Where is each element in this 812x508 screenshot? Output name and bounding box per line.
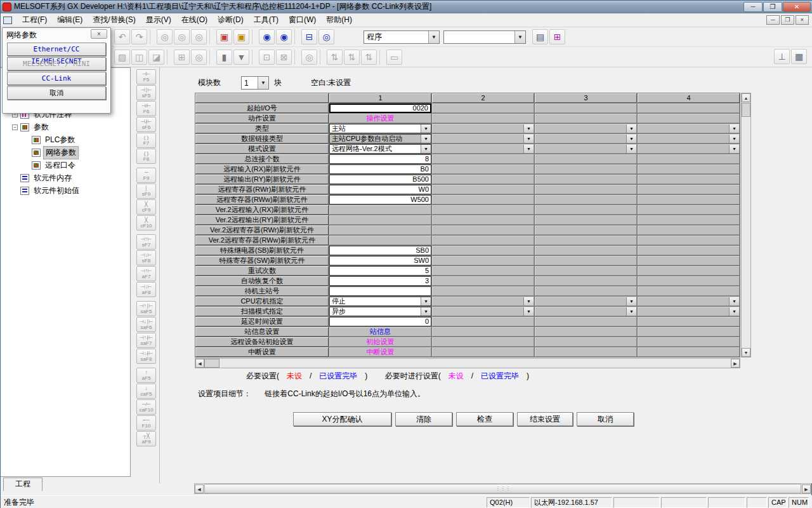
mdi-restore-button[interactable]: ❐	[781, 15, 794, 25]
action-button-1[interactable]: XY分配确认	[293, 412, 391, 426]
ladder-button-saF6[interactable]: ⊣↓∣⊢saF6	[136, 317, 156, 332]
param-empty-cell[interactable]	[535, 164, 637, 174]
chevron-down-icon[interactable]: ▼	[626, 307, 636, 316]
program-type-combobox[interactable]: 程序 ▼	[363, 30, 440, 44]
param-empty-cell[interactable]	[535, 286, 637, 296]
param-dropdown-cell-empty[interactable]: ▼	[638, 297, 740, 306]
comment-panel-icon[interactable]: ▭	[386, 50, 402, 65]
ladder-cut-icon[interactable]: ◪	[148, 50, 164, 65]
param-link-cell[interactable]: 中断设置	[329, 347, 431, 357]
param-empty-cell[interactable]	[329, 225, 431, 235]
ladder-button-F9[interactable]: ─F9	[136, 168, 156, 183]
param-dropdown-cell[interactable]: 异步▼	[329, 307, 431, 316]
menu-item-9[interactable]: 帮助(H)	[321, 13, 357, 27]
ladder-button-aF7[interactable]: ⊣↑⊢aF7	[136, 266, 156, 281]
module-count-combobox[interactable]: 1 ▼	[241, 76, 269, 90]
param-input-cell[interactable]: 8	[329, 154, 431, 164]
ladder-button-aF9[interactable]: ┬╳aF9	[136, 431, 156, 446]
param-link-cell[interactable]: 操作设置	[329, 114, 431, 123]
tree-expander-icon[interactable]: −	[12, 124, 18, 130]
ladder-button-F8[interactable]: { }F8	[136, 149, 156, 164]
param-empty-cell[interactable]	[432, 185, 534, 194]
close-button[interactable]: ✕	[783, 2, 811, 12]
param-empty-cell[interactable]	[432, 154, 534, 164]
monitor-edit-icon[interactable]: ▦	[791, 49, 807, 64]
param-empty-cell[interactable]	[432, 317, 534, 326]
ladder-button-F6[interactable]: ⊣/⊢F6	[136, 101, 156, 116]
scrollbar-thumb[interactable]	[204, 359, 219, 368]
chevron-down-icon[interactable]: ▼	[421, 135, 431, 143]
table-vertical-scrollbar[interactable]: ▲ ▼	[741, 93, 751, 358]
param-empty-cell[interactable]	[638, 286, 740, 296]
param-empty-cell[interactable]	[432, 286, 534, 296]
menu-item-2[interactable]: 编辑(E)	[52, 13, 88, 27]
ladder-button-sF9[interactable]: │sF9	[136, 184, 156, 199]
step-stop-icon[interactable]: ▼	[233, 50, 249, 65]
monitor-device-icon[interactable]: ◉	[276, 29, 292, 44]
verify-plc-icon[interactable]: ◎	[318, 29, 334, 44]
scrollbar-thumb[interactable]: ⋮⋮⋮	[204, 484, 801, 493]
mdi-document-icon[interactable]	[3, 17, 12, 24]
param-empty-cell[interactable]	[535, 327, 637, 337]
param-empty-cell[interactable]	[535, 236, 637, 245]
chevron-down-icon[interactable]: ▼	[729, 307, 739, 316]
param-input-cell[interactable]: B500	[329, 175, 431, 184]
param-empty-cell[interactable]	[432, 114, 534, 123]
param-empty-cell[interactable]	[432, 225, 534, 235]
param-input-cell[interactable]: 5	[329, 266, 431, 276]
ladder-button-saF7[interactable]: ⊣↑∤⊢saF7	[136, 333, 156, 348]
page-preview-icon[interactable]: ▤	[532, 29, 548, 44]
chevron-down-icon[interactable]: ▼	[421, 145, 431, 153]
param-dropdown-cell-empty[interactable]: ▼	[432, 124, 534, 133]
param-dropdown-cell-empty[interactable]: ▼	[432, 134, 534, 144]
param-dropdown-cell-empty[interactable]: ▼	[638, 307, 740, 316]
param-empty-cell[interactable]	[535, 276, 637, 286]
param-empty-cell[interactable]	[535, 205, 637, 215]
param-empty-cell[interactable]	[638, 185, 740, 194]
scroll-right-icon[interactable]: ▶	[731, 359, 740, 368]
param-input-cell[interactable]: B0	[329, 164, 431, 174]
sidebar-item-7[interactable]: 软元件初始值	[1, 184, 130, 197]
param-empty-cell[interactable]	[432, 205, 534, 215]
param-empty-cell[interactable]	[432, 215, 534, 225]
param-empty-cell[interactable]	[535, 256, 637, 265]
ladder-button-F10[interactable]: ⌐─F10	[136, 415, 156, 431]
time-chart-icon[interactable]: ◎	[191, 50, 207, 65]
ladder-symbolic-icon[interactable]: ▨	[114, 50, 130, 65]
param-input-cell[interactable]: W500	[329, 195, 431, 204]
undo-icon[interactable]: ↶	[114, 29, 130, 44]
param-empty-cell[interactable]	[432, 195, 534, 204]
jump-dest-icon[interactable]: ⊠	[276, 50, 292, 65]
param-empty-cell[interactable]	[535, 215, 637, 225]
chevron-down-icon[interactable]: ▼	[523, 297, 534, 305]
param-empty-cell[interactable]	[329, 215, 431, 225]
sidebar-item-2[interactable]: −参数	[1, 121, 130, 133]
param-empty-cell[interactable]	[432, 347, 534, 357]
menu-item-7[interactable]: 工具(T)	[249, 13, 284, 27]
param-dropdown-cell-empty[interactable]: ▼	[638, 134, 740, 144]
param-empty-cell[interactable]	[432, 327, 534, 337]
chevron-down-icon[interactable]: ▼	[523, 145, 534, 153]
param-dropdown-cell-empty[interactable]: ▼	[535, 297, 637, 306]
chevron-down-icon[interactable]: ▼	[523, 124, 534, 133]
param-empty-cell[interactable]	[535, 104, 637, 113]
param-input-cell[interactable]: SB0	[329, 246, 431, 255]
param-empty-cell[interactable]	[638, 114, 740, 123]
param-empty-cell[interactable]	[535, 347, 637, 357]
scroll-down-icon[interactable]: ▼	[742, 348, 750, 357]
param-input-cell[interactable]	[329, 286, 431, 296]
param-dropdown-cell-empty[interactable]: ▼	[432, 144, 534, 154]
chevron-down-icon[interactable]: ▼	[729, 135, 739, 143]
param-dropdown-cell-empty[interactable]: ▼	[535, 144, 637, 154]
device-batch-icon[interactable]: ▣	[233, 29, 249, 44]
param-dropdown-cell[interactable]: 停止▼	[329, 297, 431, 306]
param-empty-cell[interactable]	[638, 246, 740, 255]
ladder-list-icon[interactable]: ◫	[131, 50, 147, 65]
chevron-down-icon[interactable]: ▼	[258, 77, 268, 89]
write-to-plc-icon[interactable]: ⊟	[301, 29, 317, 44]
sidebar-item-5[interactable]: 远程口令	[1, 159, 130, 171]
param-empty-cell[interactable]	[329, 205, 431, 215]
param-empty-cell[interactable]	[638, 195, 740, 204]
param-dropdown-cell-empty[interactable]: ▼	[638, 124, 740, 133]
param-empty-cell[interactable]	[432, 164, 534, 174]
